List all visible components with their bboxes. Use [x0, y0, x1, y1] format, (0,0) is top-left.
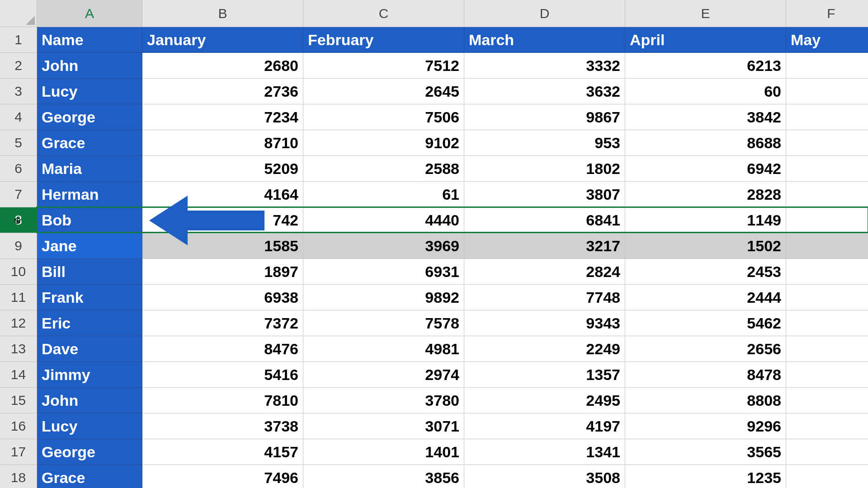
data-cell[interactable]: 7748: [464, 285, 625, 310]
data-cell[interactable]: 8710: [142, 130, 303, 156]
select-all-corner[interactable]: [0, 0, 37, 27]
data-cell[interactable]: 3738: [142, 413, 303, 439]
data-cell[interactable]: 3842: [625, 104, 786, 130]
data-cell[interactable]: 2645: [303, 79, 464, 104]
data-cell[interactable]: [786, 465, 868, 488]
header-cell-B[interactable]: January: [142, 27, 303, 53]
row-header-11[interactable]: 11: [0, 285, 37, 310]
row-header-17[interactable]: 17: [0, 439, 37, 465]
data-cell[interactable]: 7512: [303, 53, 464, 79]
data-cell[interactable]: 60: [625, 79, 786, 104]
data-cell[interactable]: 4197: [464, 413, 625, 439]
name-cell[interactable]: John: [37, 388, 142, 413]
name-cell[interactable]: Bill: [37, 259, 142, 285]
data-cell[interactable]: 3780: [303, 388, 464, 413]
data-cell[interactable]: 7234: [142, 104, 303, 130]
header-cell-F[interactable]: May: [786, 27, 868, 53]
data-cell[interactable]: 953: [464, 130, 625, 156]
data-cell[interactable]: 2828: [625, 182, 786, 207]
row-header-9[interactable]: 9: [0, 233, 37, 259]
data-cell[interactable]: 7506: [303, 104, 464, 130]
data-cell[interactable]: 3969: [303, 233, 464, 259]
data-cell[interactable]: 8476: [142, 336, 303, 362]
header-cell-E[interactable]: April: [625, 27, 786, 53]
data-cell[interactable]: 2680: [142, 53, 303, 79]
data-cell[interactable]: [786, 79, 868, 104]
data-cell[interactable]: 7496: [142, 465, 303, 488]
data-cell[interactable]: [786, 259, 868, 285]
column-header-B[interactable]: B: [142, 0, 303, 27]
data-cell[interactable]: [786, 388, 868, 413]
data-cell[interactable]: [786, 285, 868, 310]
data-cell[interactable]: [786, 233, 868, 259]
data-cell[interactable]: 2824: [464, 259, 625, 285]
data-cell[interactable]: 8688: [625, 130, 786, 156]
name-cell[interactable]: Bob: [37, 207, 142, 233]
data-cell[interactable]: 1357: [464, 362, 625, 388]
row-header-3[interactable]: 3: [0, 79, 37, 104]
data-cell[interactable]: 4981: [303, 336, 464, 362]
data-cell[interactable]: 61: [303, 182, 464, 207]
data-cell[interactable]: 6213: [625, 53, 786, 79]
name-cell[interactable]: Lucy: [37, 413, 142, 439]
row-header-10[interactable]: 10: [0, 259, 37, 285]
data-cell[interactable]: 2453: [625, 259, 786, 285]
header-cell-C[interactable]: February: [303, 27, 464, 53]
data-cell[interactable]: 2444: [625, 285, 786, 310]
data-cell[interactable]: [786, 130, 868, 156]
data-cell[interactable]: 1802: [464, 156, 625, 182]
row-header-7[interactable]: 7: [0, 182, 37, 207]
data-cell[interactable]: 4164: [142, 182, 303, 207]
data-cell[interactable]: 4157: [142, 439, 303, 465]
name-cell[interactable]: Frank: [37, 285, 142, 310]
row-header-6[interactable]: 6: [0, 156, 37, 182]
row-header-18[interactable]: 18: [0, 465, 37, 488]
name-cell[interactable]: George: [37, 439, 142, 465]
data-cell[interactable]: 2656: [625, 336, 786, 362]
name-cell[interactable]: Lucy: [37, 79, 142, 104]
data-cell[interactable]: 3807: [464, 182, 625, 207]
data-cell[interactable]: 2588: [303, 156, 464, 182]
data-cell[interactable]: [786, 53, 868, 79]
data-cell[interactable]: 1585: [142, 233, 303, 259]
row-header-4[interactable]: 4: [0, 104, 37, 130]
header-cell-A[interactable]: Name: [37, 27, 142, 53]
column-header-E[interactable]: E: [625, 0, 786, 27]
column-header-C[interactable]: C: [303, 0, 464, 27]
data-cell[interactable]: 5416: [142, 362, 303, 388]
data-cell[interactable]: 742: [142, 207, 303, 233]
name-cell[interactable]: Jane: [37, 233, 142, 259]
row-header-1[interactable]: 1: [0, 27, 37, 53]
row-header-16[interactable]: 16: [0, 413, 37, 439]
name-cell[interactable]: John: [37, 53, 142, 79]
data-cell[interactable]: 8478: [625, 362, 786, 388]
data-cell[interactable]: 1149: [625, 207, 786, 233]
data-cell[interactable]: [786, 336, 868, 362]
data-cell[interactable]: 1897: [142, 259, 303, 285]
data-cell[interactable]: 9102: [303, 130, 464, 156]
data-cell[interactable]: [786, 156, 868, 182]
data-cell[interactable]: 7810: [142, 388, 303, 413]
data-cell[interactable]: 3332: [464, 53, 625, 79]
row-header-2[interactable]: 2: [0, 53, 37, 79]
data-cell[interactable]: 9296: [625, 413, 786, 439]
data-cell[interactable]: 8808: [625, 388, 786, 413]
data-cell[interactable]: 3071: [303, 413, 464, 439]
data-cell[interactable]: 3565: [625, 439, 786, 465]
data-cell[interactable]: 3856: [303, 465, 464, 488]
data-cell[interactable]: 1341: [464, 439, 625, 465]
data-cell[interactable]: 2495: [464, 388, 625, 413]
data-cell[interactable]: 2249: [464, 336, 625, 362]
data-cell[interactable]: 6942: [625, 156, 786, 182]
data-cell[interactable]: 2974: [303, 362, 464, 388]
spreadsheet-grid[interactable]: ABCDEF1NameJanuaryFebruaryMarchAprilMay2…: [0, 0, 868, 488]
data-cell[interactable]: 1235: [625, 465, 786, 488]
data-cell[interactable]: 1502: [625, 233, 786, 259]
row-header-13[interactable]: 13: [0, 336, 37, 362]
data-cell[interactable]: 7372: [142, 310, 303, 336]
column-header-D[interactable]: D: [464, 0, 625, 27]
row-header-15[interactable]: 15: [0, 388, 37, 413]
column-header-A[interactable]: A: [37, 0, 142, 27]
name-cell[interactable]: Dave: [37, 336, 142, 362]
data-cell[interactable]: [786, 182, 868, 207]
